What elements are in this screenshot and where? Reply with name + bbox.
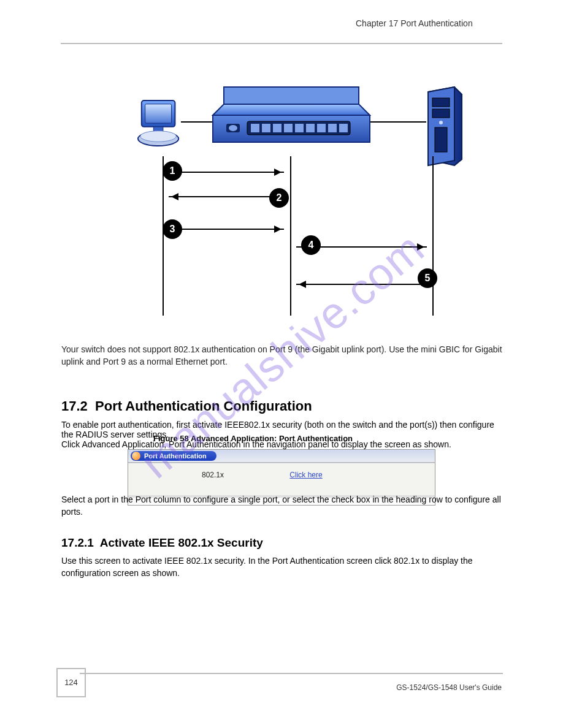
subsection-number: 17.2.1	[61, 536, 94, 549]
arrow-3	[169, 229, 284, 230]
step-circle-3: 3	[163, 219, 182, 239]
svg-point-4	[140, 131, 177, 142]
arrow-5	[296, 284, 427, 285]
svg-rect-12	[284, 124, 293, 132]
timeline-server	[432, 156, 434, 316]
step-circle-4: 4	[301, 235, 321, 255]
step-circle-5: 5	[418, 268, 437, 288]
svg-rect-16	[328, 124, 337, 132]
panel-titlebar: Port Authentication	[128, 450, 435, 463]
timeline-client	[163, 156, 164, 316]
svg-rect-24	[435, 127, 447, 152]
header-rule	[61, 43, 502, 44]
svg-rect-22	[432, 98, 450, 107]
section-number: 17.2	[61, 398, 88, 414]
svg-point-25	[439, 121, 443, 124]
switch-icon	[212, 86, 371, 145]
panel-title-pill: Port Authentication	[131, 451, 216, 461]
arrow-2	[169, 196, 284, 197]
auth-flow-diagram: 1 2 3 4 5	[138, 86, 457, 331]
svg-rect-13	[295, 124, 304, 132]
svg-rect-9	[251, 124, 259, 132]
subsection-text: Use this screen to activate IEEE 802.1x …	[61, 555, 503, 580]
section-heading: 17.2 Port Authentication Configuration	[61, 398, 312, 414]
svg-rect-14	[306, 124, 315, 132]
step-circle-2: 2	[269, 188, 289, 208]
footer-manual: GS-1524/GS-1548 User's Guide	[396, 683, 502, 692]
subsection-title: Activate IEEE 802.1x Security	[100, 536, 263, 549]
svg-rect-10	[262, 124, 270, 132]
svg-rect-15	[317, 124, 326, 132]
section-title: Port Authentication Configuration	[95, 398, 312, 414]
svg-rect-11	[273, 124, 282, 132]
arrow-1	[169, 172, 284, 173]
after-figure-text: Select a port in the Port column to conf…	[61, 493, 503, 518]
click-here-link[interactable]: Click here	[289, 471, 322, 479]
server-icon	[425, 86, 465, 169]
row-label: 802.1x	[202, 471, 288, 479]
timeline-switch	[290, 156, 291, 316]
body-paragraph: Your switch does not support 802.1x auth…	[61, 343, 503, 368]
svg-rect-1	[145, 104, 172, 123]
subsection-heading: 17.2.1 Activate IEEE 802.1x Security	[61, 536, 263, 550]
svg-marker-7	[224, 87, 359, 104]
step-circle-1: 1	[163, 161, 182, 181]
svg-rect-23	[432, 109, 450, 118]
svg-rect-17	[339, 124, 348, 132]
chapter-header: Chapter 17 Port Authentication	[356, 18, 473, 28]
footer-rule	[80, 673, 503, 674]
figure-caption: Figure 58 Advanced Application: Port Aut…	[153, 434, 353, 443]
wire-switch-server	[370, 121, 426, 123]
client-pc-icon	[137, 99, 185, 153]
svg-point-19	[229, 125, 237, 131]
page-number: 124	[56, 668, 86, 697]
svg-marker-5	[213, 104, 370, 115]
panel-body: 802.1x Click here	[128, 463, 435, 497]
